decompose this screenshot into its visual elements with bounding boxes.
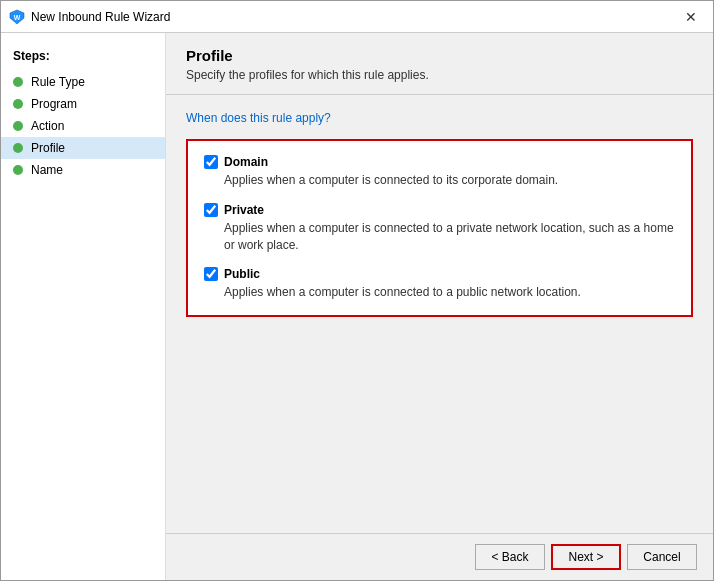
window-title: New Inbound Rule Wizard — [31, 10, 677, 24]
public-checkbox[interactable] — [204, 267, 218, 281]
public-name: Public — [224, 267, 260, 281]
step-dot-profile — [13, 143, 23, 153]
cancel-button[interactable]: Cancel — [627, 544, 697, 570]
profile-public: Public Applies when a computer is connec… — [204, 267, 675, 301]
private-checkbox-wrapper — [204, 203, 218, 217]
content-area: Steps: Rule Type Program Action Profile … — [1, 33, 713, 580]
domain-label-row: Domain — [204, 155, 675, 169]
step-dot-ruletype — [13, 77, 23, 87]
profile-private: Private Applies when a computer is conne… — [204, 203, 675, 254]
step-dot-program — [13, 99, 23, 109]
sidebar: Steps: Rule Type Program Action Profile … — [1, 33, 166, 580]
domain-desc: Applies when a computer is connected to … — [224, 172, 675, 189]
step-dot-name — [13, 165, 23, 175]
sidebar-item-ruletype[interactable]: Rule Type — [1, 71, 165, 93]
sidebar-item-program[interactable]: Program — [1, 93, 165, 115]
close-button[interactable]: ✕ — [677, 5, 705, 29]
page-header: Profile Specify the profiles for which t… — [166, 33, 713, 90]
sidebar-label-name: Name — [31, 163, 63, 177]
wizard-window: W New Inbound Rule Wizard ✕ Steps: Rule … — [0, 0, 714, 581]
public-checkbox-wrapper — [204, 267, 218, 281]
public-desc: Applies when a computer is connected to … — [224, 284, 675, 301]
domain-checkbox[interactable] — [204, 155, 218, 169]
next-button[interactable]: Next > — [551, 544, 621, 570]
sidebar-label-action: Action — [31, 119, 64, 133]
domain-checkbox-wrapper — [204, 155, 218, 169]
public-label-row: Public — [204, 267, 675, 281]
sidebar-label-program: Program — [31, 97, 77, 111]
window-icon: W — [9, 9, 25, 25]
sidebar-item-name[interactable]: Name — [1, 159, 165, 181]
page-body: When does this rule apply? Domain Applie… — [166, 95, 713, 533]
sidebar-label-ruletype: Rule Type — [31, 75, 85, 89]
private-checkbox[interactable] — [204, 203, 218, 217]
sidebar-item-profile[interactable]: Profile — [1, 137, 165, 159]
profiles-box: Domain Applies when a computer is connec… — [186, 139, 693, 317]
private-label-row: Private — [204, 203, 675, 217]
step-dot-action — [13, 121, 23, 131]
profile-domain: Domain Applies when a computer is connec… — [204, 155, 675, 189]
sidebar-item-action[interactable]: Action — [1, 115, 165, 137]
bottom-bar: < Back Next > Cancel — [166, 533, 713, 580]
page-title: Profile — [186, 47, 693, 64]
rule-question: When does this rule apply? — [186, 111, 693, 125]
private-desc: Applies when a computer is connected to … — [224, 220, 675, 254]
domain-name: Domain — [224, 155, 268, 169]
title-bar: W New Inbound Rule Wizard ✕ — [1, 1, 713, 33]
page-subtitle: Specify the profiles for which this rule… — [186, 68, 693, 82]
steps-label: Steps: — [1, 49, 165, 71]
private-name: Private — [224, 203, 264, 217]
main-panel: Profile Specify the profiles for which t… — [166, 33, 713, 580]
svg-text:W: W — [14, 14, 21, 21]
sidebar-label-profile: Profile — [31, 141, 65, 155]
back-button[interactable]: < Back — [475, 544, 545, 570]
